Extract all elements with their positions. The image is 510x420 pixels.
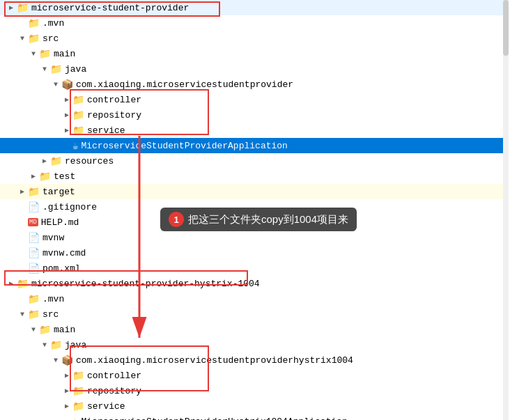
expand-arrow[interactable]: ▶ <box>6 279 17 288</box>
tree-item[interactable]: ▶📁 target <box>0 184 509 199</box>
expand-arrow[interactable]: ▶ <box>17 187 28 196</box>
item-label: main <box>54 325 75 335</box>
item-label: controller <box>87 95 141 105</box>
item-label: target <box>42 187 75 197</box>
item-icon: 📄 <box>28 201 40 213</box>
item-label: com.xiaoqing.microservicestudentprovider… <box>76 355 353 366</box>
expand-arrow[interactable]: ▼ <box>39 65 50 73</box>
item-icon: 📁 <box>28 186 40 198</box>
tree-item[interactable]: ▶📁 service <box>0 123 509 138</box>
item-icon: 📁 <box>50 339 62 351</box>
item-label: microservice-student-provider <box>31 3 189 13</box>
expand-arrow[interactable]: ▶ <box>61 371 72 380</box>
item-icon: 📁 <box>39 48 51 60</box>
item-label: .mvn <box>42 294 64 304</box>
tree-item[interactable]: ▶📁 controller <box>0 92 509 107</box>
expand-arrow[interactable]: ▼ <box>28 326 39 334</box>
tree-item[interactable]: 📄 mvnw.cmd <box>0 245 509 260</box>
tree-item[interactable]: ▶📁 repository <box>0 383 509 398</box>
item-icon: ☕ <box>72 416 78 421</box>
item-icon: 📁 <box>72 400 84 412</box>
tree-item[interactable]: 📄 mvnw <box>0 230 509 245</box>
item-icon: 📁 <box>28 33 40 45</box>
tree-item[interactable]: 📁 .mvn <box>0 291 509 306</box>
tree-item[interactable]: ▼📁 main <box>0 322 509 337</box>
item-icon: 📁 <box>72 385 84 397</box>
expand-arrow[interactable]: ▼ <box>17 311 28 318</box>
scrollbar-thumb[interactable] <box>503 0 509 56</box>
tree-item[interactable]: ▼📁 java <box>0 337 509 352</box>
item-icon: 📄 <box>28 247 40 259</box>
tree-item[interactable]: ▼📦 com.xiaoqing.microservicestudentprovi… <box>0 352 509 368</box>
item-icon: 📁 <box>39 171 51 182</box>
item-label: MicroserviceStudentProviderHystrix1004Ap… <box>81 417 347 421</box>
scrollbar[interactable] <box>503 0 509 420</box>
expand-arrow[interactable]: ▶ <box>61 95 72 104</box>
expand-arrow[interactable]: ▼ <box>50 81 61 88</box>
item-icon: ☕ <box>72 140 78 152</box>
item-label: controller <box>87 371 141 381</box>
tree-item[interactable]: 📄 pom.xml <box>0 260 509 276</box>
item-label: service <box>87 125 125 136</box>
expand-arrow[interactable]: ▶ <box>28 172 39 180</box>
expand-arrow[interactable]: ▼ <box>50 357 61 364</box>
item-label: src <box>42 309 59 320</box>
item-icon: 📁 <box>28 293 40 305</box>
item-label: .gitignore <box>42 202 97 212</box>
item-icon: 📁 <box>17 278 29 290</box>
item-icon: 📁 <box>28 309 40 320</box>
item-label: service <box>87 401 125 412</box>
expand-arrow[interactable]: ▼ <box>39 341 50 349</box>
callout-number: 1 <box>169 212 184 227</box>
tree-item[interactable]: ☕ MicroserviceStudentProviderHystrix1004… <box>0 414 509 420</box>
item-label: mvnw.cmd <box>42 248 86 258</box>
item-label: java <box>65 64 86 75</box>
item-label: HELP.md <box>41 217 79 228</box>
item-label: repository <box>87 110 141 120</box>
item-icon: 📦 <box>61 79 73 91</box>
expand-arrow[interactable]: ▶ <box>39 157 50 165</box>
tree-item[interactable]: ▼📦 com.xiaoqing.microservicestudentprovi… <box>0 77 509 92</box>
item-label: test <box>54 171 75 182</box>
project-tree: ▶📁 microservice-student-provider📁 .mvn▼📁… <box>0 0 509 420</box>
tree-item[interactable]: ▶📁 service <box>0 398 509 414</box>
item-label: src <box>42 33 59 44</box>
item-label: com.xiaoqing.microservicestudentprovider <box>76 79 293 90</box>
item-label: resources <box>65 156 114 166</box>
expand-arrow[interactable]: ▶ <box>61 111 72 119</box>
tree-item[interactable]: ▶📁 microservice-student-provider-hystrix… <box>0 276 509 291</box>
tree-item[interactable]: ▶📁 controller <box>0 368 509 383</box>
expand-arrow[interactable]: ▶ <box>61 126 72 134</box>
tree-item[interactable]: ☕ MicroserviceStudentProviderApplication <box>0 138 509 153</box>
tree-item[interactable]: ▼📁 java <box>0 61 509 77</box>
tree-item[interactable]: ▶📁 microservice-student-provider <box>0 0 509 15</box>
item-icon: 📄 <box>28 263 40 274</box>
callout-text: 把这三个文件夹copy到1004项目来 <box>188 213 348 226</box>
expand-arrow[interactable]: ▼ <box>28 50 39 58</box>
item-icon: 📁 <box>50 63 62 75</box>
item-label: pom.xml <box>42 263 81 274</box>
expand-arrow[interactable]: ▶ <box>6 3 17 12</box>
tree-item[interactable]: ▶📁 resources <box>0 153 509 169</box>
item-label: java <box>65 340 86 350</box>
tree-item[interactable]: ▼📁 src <box>0 306 509 322</box>
item-label: microservice-student-provider-hystrix-10… <box>31 279 260 289</box>
callout-box: 1 把这三个文件夹copy到1004项目来 <box>160 208 357 231</box>
expand-arrow[interactable]: ▶ <box>61 387 72 395</box>
item-icon: 📄 <box>28 232 40 244</box>
tree-item[interactable]: 📁 .mvn <box>0 15 509 31</box>
tree-item[interactable]: ▶📁 repository <box>0 107 509 123</box>
item-label: repository <box>87 386 141 396</box>
item-label: .mvn <box>42 18 64 29</box>
item-icon: 📁 <box>72 125 84 137</box>
tree-item[interactable]: ▼📁 src <box>0 31 509 46</box>
item-label: mvnw <box>42 233 64 243</box>
item-icon: 📁 <box>72 370 84 382</box>
tree-item[interactable]: ▼📁 main <box>0 46 509 61</box>
item-label: MicroserviceStudentProviderApplication <box>81 141 287 151</box>
expand-arrow[interactable]: ▶ <box>61 402 72 410</box>
expand-arrow[interactable]: ▼ <box>17 35 28 42</box>
tree-item[interactable]: ▶📁 test <box>0 169 509 184</box>
item-icon: 📦 <box>61 355 73 366</box>
item-icon: 📁 <box>72 109 84 121</box>
